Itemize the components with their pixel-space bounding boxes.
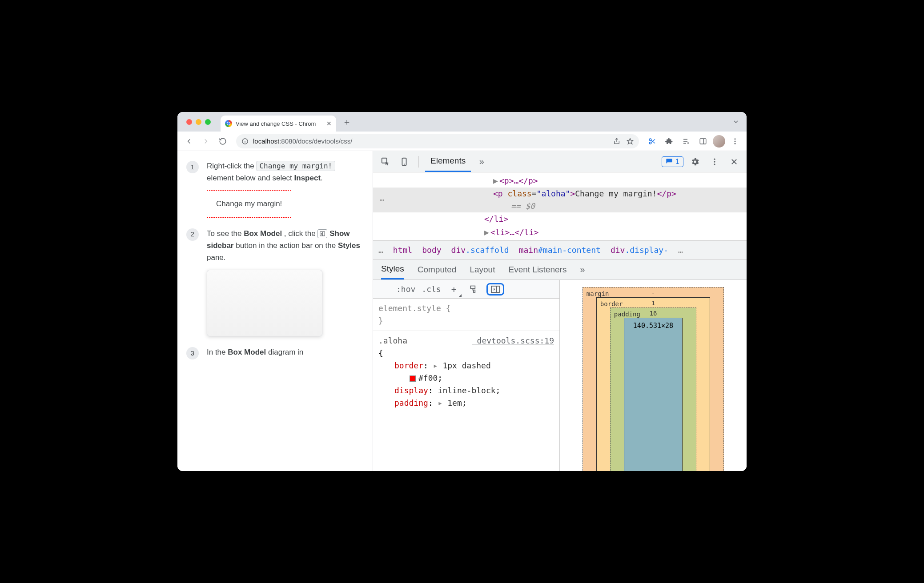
close-window-button[interactable] xyxy=(186,119,192,125)
minimize-window-button[interactable] xyxy=(196,119,201,125)
css-declaration[interactable]: border: ▸ 1px dashed xyxy=(378,359,554,372)
svg-point-16 xyxy=(735,143,736,144)
side-panel-icon[interactable] xyxy=(696,134,710,148)
css-declaration-value[interactable]: #f00; xyxy=(378,372,554,384)
step-text: To see the xyxy=(207,229,244,238)
step-text: . xyxy=(321,174,323,182)
svg-point-14 xyxy=(735,138,736,140)
tab-list-button[interactable] xyxy=(732,118,739,125)
maximize-window-button[interactable] xyxy=(205,119,211,125)
bm-label: border xyxy=(600,300,623,307)
dom-tree[interactable]: ▶<p>…</p> ⋯ <p class="aloha">Change my m… xyxy=(373,172,747,241)
rule-element-style[interactable]: element.style { } xyxy=(378,302,554,327)
step-bold: Box Model xyxy=(228,348,266,356)
step-bold: Inspect xyxy=(294,174,321,182)
settings-gear-icon[interactable] xyxy=(687,154,703,170)
devtools-menu-icon[interactable] xyxy=(707,154,723,170)
bookmark-star-icon[interactable] xyxy=(627,138,634,145)
dom-row[interactable]: ▶<li>…</li> xyxy=(373,226,747,239)
browser-tab[interactable]: View and change CSS - Chrom ✕ xyxy=(221,116,336,132)
tab-elements[interactable]: Elements xyxy=(425,151,471,172)
dom-breadcrumbs[interactable]: … html body div.scaffold main#main-conte… xyxy=(373,241,747,260)
step-number: 2 xyxy=(186,228,199,241)
scissors-extension-icon[interactable] xyxy=(645,134,659,148)
breadcrumb-overflow-left[interactable]: … xyxy=(378,245,383,255)
close-devtools-icon[interactable] xyxy=(726,154,742,170)
extensions-button[interactable] xyxy=(662,134,676,148)
rule-source-link[interactable]: _devtools.scss:19 xyxy=(472,335,554,347)
subtab-computed[interactable]: Computed xyxy=(418,260,457,280)
tab-close-button[interactable]: ✕ xyxy=(326,120,332,127)
bm-value[interactable]: 1 xyxy=(651,299,655,307)
chrome-menu-button[interactable] xyxy=(728,134,742,148)
issues-button[interactable]: 1 xyxy=(662,156,683,167)
share-icon[interactable] xyxy=(613,138,620,145)
step-body: Right-click the Change my margin! elemen… xyxy=(207,160,362,218)
step-bold: Styles xyxy=(338,241,360,250)
svg-rect-12 xyxy=(700,139,706,144)
hov-button[interactable]: :hov xyxy=(396,284,415,294)
box-model-padding[interactable]: padding 16 16 16 16 140.531×28 xyxy=(610,307,696,471)
breadcrumb-item[interactable]: div.scaffold xyxy=(451,245,509,255)
bm-value[interactable]: 16 xyxy=(650,310,657,317)
dom-overflow-icon[interactable]: ⋯ xyxy=(373,194,391,206)
forward-button[interactable] xyxy=(199,134,213,148)
paint-brush-icon[interactable] xyxy=(467,283,480,296)
step-3: 3 In the Box Model diagram in xyxy=(186,346,362,359)
breadcrumb-overflow-right[interactable]: … xyxy=(678,245,683,255)
page-pane[interactable]: 1 Right-click the Change my margin! elem… xyxy=(177,151,373,471)
rule-aloha[interactable]: .aloha _devtools.scss:19 { border: ▸ 1px… xyxy=(378,335,554,409)
box-model-content[interactable]: 140.531×28 xyxy=(624,318,683,471)
styles-rules-pane: :hov .cls + element.style { } xyxy=(373,280,560,471)
dom-row[interactable]: </li> xyxy=(373,212,747,226)
step-text: button in the action bar on the xyxy=(236,241,338,250)
css-rules[interactable]: element.style { } .aloha _devtools.scss:… xyxy=(373,299,559,471)
step-text: , click the xyxy=(284,229,318,238)
breadcrumb-item[interactable]: div.display- xyxy=(611,245,668,255)
dom-eq: = xyxy=(532,189,537,198)
box-model-border[interactable]: border 1 1 1 1 padding 16 16 16 xyxy=(596,297,710,471)
color-swatch[interactable] xyxy=(410,375,416,382)
bm-label: margin xyxy=(587,290,609,297)
cls-button[interactable]: .cls xyxy=(422,284,441,294)
dom-tag: > xyxy=(570,189,575,198)
subtab-event-listeners[interactable]: Event Listeners xyxy=(508,260,566,280)
device-toolbar-icon[interactable] xyxy=(396,154,412,170)
reading-list-icon[interactable] xyxy=(679,134,693,148)
step-2: 2 To see the Box Model , click the Show … xyxy=(186,228,362,337)
site-info-icon[interactable] xyxy=(241,138,249,145)
demo-change-my-margin[interactable]: Change my margin! xyxy=(207,190,291,217)
profile-avatar[interactable] xyxy=(713,135,725,148)
more-subtabs-icon[interactable]: » xyxy=(580,264,585,275)
show-sidebar-button[interactable] xyxy=(486,283,504,295)
css-declaration[interactable]: padding: ▸ 1em; xyxy=(378,397,554,409)
css-declaration[interactable]: display: inline-block; xyxy=(378,384,554,397)
code-chip: Change my margin! xyxy=(256,161,335,171)
svg-point-6 xyxy=(649,142,651,144)
box-model-pane[interactable]: margin - - - - border 1 1 1 1 xyxy=(560,280,747,471)
bm-value[interactable]: - xyxy=(651,289,655,296)
back-button[interactable] xyxy=(182,134,196,148)
inspect-element-icon[interactable] xyxy=(378,154,394,170)
dom-tag: </p> xyxy=(657,189,676,198)
new-tab-button[interactable]: ＋ xyxy=(336,116,358,128)
breadcrumb-item[interactable]: main#main-content xyxy=(519,245,601,255)
divider xyxy=(418,156,419,168)
rule-selector[interactable]: .aloha xyxy=(378,336,407,345)
svg-marker-4 xyxy=(627,138,633,144)
devtools-panel: Elements » 1 xyxy=(373,151,747,471)
new-style-rule-button[interactable]: + xyxy=(447,283,461,296)
svg-point-5 xyxy=(649,139,651,141)
dom-row-selected[interactable]: ⋯ <p class="aloha">Change my margin!</p>… xyxy=(373,188,747,212)
breadcrumb-item[interactable]: body xyxy=(422,245,441,255)
breadcrumb-item[interactable]: html xyxy=(393,245,412,255)
styles-split: :hov .cls + element.style { } xyxy=(373,280,747,471)
box-model-diagram[interactable]: margin - - - - border 1 1 1 1 xyxy=(583,287,724,471)
address-bar[interactable]: localhost:8080/docs/devtools/css/ xyxy=(236,134,639,148)
more-tabs-icon[interactable]: » xyxy=(474,154,490,170)
box-model-margin[interactable]: margin - - - - border 1 1 1 1 xyxy=(583,287,724,471)
dom-row[interactable]: ▶<p>…</p> xyxy=(373,174,747,188)
subtab-layout[interactable]: Layout xyxy=(470,260,495,280)
reload-button[interactable] xyxy=(216,134,230,148)
subtab-styles[interactable]: Styles xyxy=(381,260,404,280)
